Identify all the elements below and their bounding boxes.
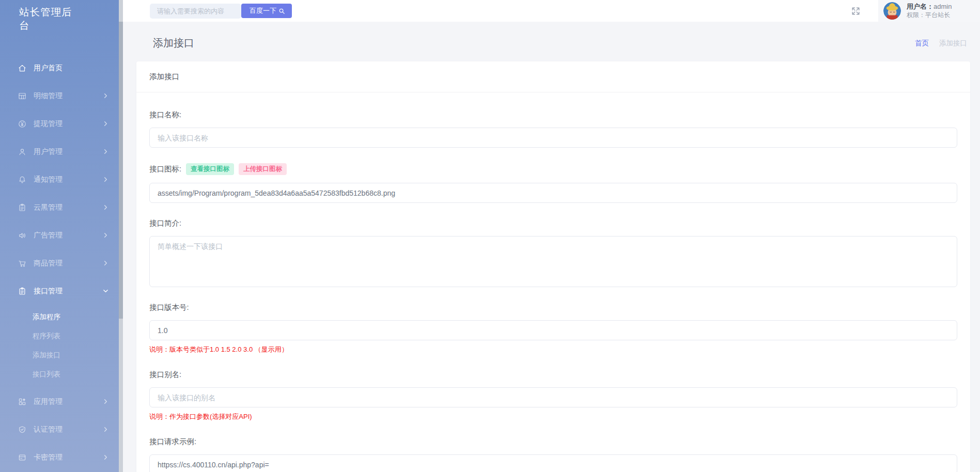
chevron-right-icon	[103, 149, 108, 154]
chevron-right-icon	[103, 399, 108, 404]
sidebar-item-label: 用户管理	[34, 147, 63, 156]
main-area: 百度一下 用户名：admin 权限：平台站长	[123, 0, 980, 472]
user-menu[interactable]: 用户名：admin 权限：平台站长	[878, 0, 980, 22]
sidebar-item-label: 通知管理	[34, 175, 63, 184]
interface-icon-label: 接口图标:	[149, 164, 181, 174]
shield-check-icon	[18, 425, 27, 434]
sidebar-item-detail-management[interactable]: 明细管理	[0, 82, 119, 110]
add-interface-form: 接口名称: 接口图标: 查看接口图标 上传接口图标 接口简介:	[136, 92, 970, 472]
breadcrumb-home[interactable]: 首页	[915, 39, 929, 48]
page-head: 添加接口 首页 添加接口	[136, 22, 970, 61]
topbar: 百度一下 用户名：admin 权限：平台站长	[123, 0, 980, 22]
chevron-right-icon	[103, 93, 108, 99]
breadcrumb: 首页 添加接口	[915, 39, 967, 48]
sidebar-item-user-home[interactable]: 用户首页	[0, 54, 119, 82]
clipboard-icon	[18, 203, 27, 212]
page-content: 添加接口 首页 添加接口 添加接口 接口名称: 接口图标:	[123, 22, 980, 472]
field-interface-icon: 接口图标: 查看接口图标 上传接口图标	[149, 163, 957, 203]
sidebar-item-user-management[interactable]: 用户管理	[0, 138, 119, 166]
chevron-down-icon	[103, 288, 108, 294]
chevron-right-icon	[103, 204, 108, 210]
add-interface-card: 添加接口 接口名称: 接口图标: 查看接口图标 上传接口图标	[136, 61, 970, 472]
upload-icon-button[interactable]: 上传接口图标	[239, 163, 287, 175]
home-icon	[18, 64, 27, 73]
interface-icon-label-row: 接口图标: 查看接口图标 上传接口图标	[149, 163, 957, 175]
chevron-right-icon	[103, 260, 108, 266]
sidebar-item-label: 商品管理	[34, 259, 63, 268]
card-title: 添加接口	[136, 61, 970, 92]
sidebar-item-auth-management[interactable]: 认证管理	[0, 416, 119, 444]
sidebar-item-card-management[interactable]: 卡密管理	[0, 444, 119, 471]
fullscreen-icon[interactable]	[851, 6, 861, 16]
clipboard-icon	[18, 287, 27, 296]
sidebar-item-interface-management[interactable]: 接口管理	[0, 277, 119, 305]
user-role: 权限：平台站长	[907, 11, 952, 19]
interface-version-input[interactable]	[149, 320, 957, 340]
sidebar-item-ad-management[interactable]: 广告管理	[0, 222, 119, 249]
field-interface-request: 接口请求示例: 说明：接口请求示例（显示用）如httpss://cs.40011…	[149, 437, 957, 472]
chevron-right-icon	[103, 427, 108, 432]
sidebar-item-label: 卡密管理	[34, 453, 63, 462]
table-icon	[18, 91, 27, 101]
sidebar-item-notice-management[interactable]: 通知管理	[0, 166, 119, 194]
sidebar-item-withdraw-management[interactable]: 提现管理	[0, 110, 119, 138]
card-icon	[18, 453, 27, 462]
app-logo: 站长管理后台	[0, 0, 77, 33]
sidebar-item-goods-management[interactable]: 商品管理	[0, 249, 119, 277]
user-name: 用户名：admin	[907, 3, 952, 11]
sidebar-scrollbar-thumb[interactable]	[119, 22, 123, 319]
search-button-label: 百度一下	[250, 6, 276, 15]
sidebar-item-app-management[interactable]: 应用管理	[0, 388, 119, 416]
view-icon-button[interactable]: 查看接口图标	[186, 163, 234, 175]
submenu-item-add-program[interactable]: 添加程序	[0, 307, 119, 326]
field-interface-alias: 接口别名: 说明：作为接口参数(选择对应API)	[149, 370, 957, 421]
sidebar: 站长管理后台 用户首页 明细管理 提现管理 用户管理	[0, 0, 119, 472]
page-title: 添加接口	[153, 36, 194, 50]
sidebar-item-label: 广告管理	[34, 231, 63, 240]
app-root: 站长管理后台 用户首页 明细管理 提现管理 用户管理	[0, 0, 980, 472]
field-interface-intro: 接口简介:	[149, 218, 957, 287]
sidebar-item-label: 认证管理	[34, 425, 63, 434]
interface-icon-input[interactable]	[149, 183, 957, 203]
sidebar-item-label: 用户首页	[34, 64, 63, 73]
breadcrumb-current: 添加接口	[939, 39, 967, 48]
cart-icon	[18, 259, 27, 268]
search-button[interactable]: 百度一下	[241, 4, 292, 18]
interface-submenu: 添加程序 程序列表 添加接口 接口列表	[0, 305, 119, 388]
yen-circle-icon	[18, 119, 27, 129]
interface-name-input[interactable]	[149, 128, 957, 148]
magnifier-icon	[278, 7, 286, 15]
field-interface-version: 接口版本号: 说明：版本号类似于1.0 1.5 2.0 3.0 （显示用）	[149, 303, 957, 354]
submenu-item-program-list[interactable]: 程序列表	[0, 326, 119, 345]
version-note: 说明：版本号类似于1.0 1.5 2.0 3.0 （显示用）	[149, 345, 957, 354]
user-meta: 用户名：admin 权限：平台站长	[907, 3, 952, 19]
interface-intro-label: 接口简介:	[149, 218, 181, 228]
chevron-right-icon	[103, 454, 108, 460]
sidebar-scrollbar[interactable]	[119, 0, 123, 472]
sidebar-item-blacklist-management[interactable]: 云黑管理	[0, 194, 119, 222]
sidebar-item-label: 应用管理	[34, 397, 63, 406]
interface-version-label: 接口版本号:	[149, 303, 189, 312]
bell-icon	[18, 175, 27, 184]
submenu-item-interface-list[interactable]: 接口列表	[0, 365, 119, 384]
interface-intro-textarea[interactable]	[149, 236, 957, 287]
field-interface-name: 接口名称:	[149, 110, 957, 148]
interface-alias-label: 接口别名:	[149, 370, 181, 380]
chevron-right-icon	[103, 121, 108, 127]
user-icon	[18, 147, 27, 156]
sidebar-item-label: 云黑管理	[34, 203, 63, 212]
sidebar-item-label: 提现管理	[34, 119, 63, 129]
interface-request-label: 接口请求示例:	[149, 437, 196, 447]
speaker-icon	[18, 231, 27, 240]
search-input[interactable]	[150, 4, 241, 19]
chevron-right-icon	[103, 232, 108, 238]
chevron-right-icon	[103, 177, 108, 182]
alias-note: 说明：作为接口参数(选择对应API)	[149, 412, 957, 421]
interface-alias-input[interactable]	[149, 387, 957, 407]
interface-request-input[interactable]	[149, 454, 957, 472]
avatar	[883, 2, 901, 20]
apps-icon	[18, 397, 27, 406]
submenu-item-add-interface[interactable]: 添加接口	[0, 345, 119, 365]
sidebar-item-label: 接口管理	[34, 287, 63, 296]
sidebar-item-label: 明细管理	[34, 91, 63, 101]
